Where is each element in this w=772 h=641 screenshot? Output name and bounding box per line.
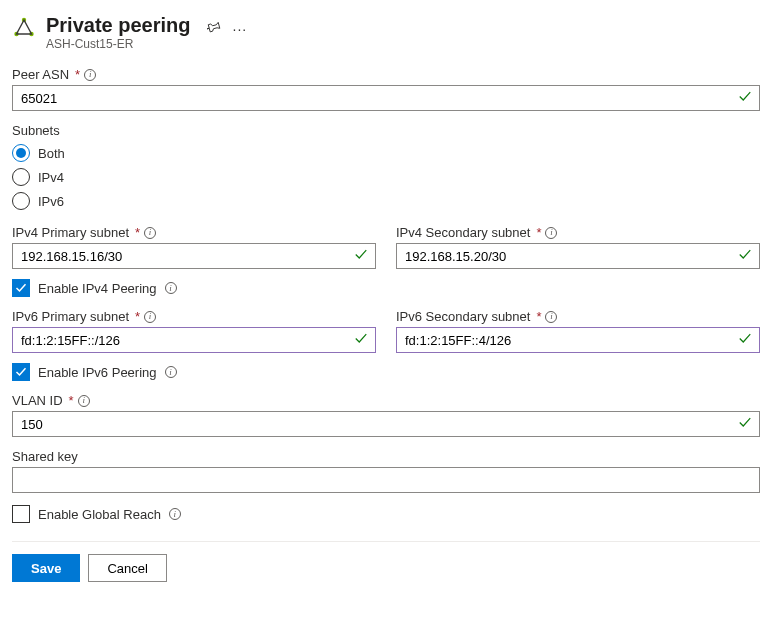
subnets-radio-group: Both IPv4 IPv6	[12, 141, 760, 213]
checkbox-icon	[12, 505, 30, 523]
shared-key-input[interactable]	[12, 467, 760, 493]
vlan-id-label: VLAN ID* i	[12, 393, 760, 408]
radio-icon	[12, 192, 30, 210]
page-subtitle: ASH-Cust15-ER	[46, 37, 191, 51]
info-icon[interactable]: i	[169, 508, 181, 520]
info-icon[interactable]: i	[545, 227, 557, 239]
ellipsis-icon: ···	[233, 21, 248, 37]
checkbox-icon	[12, 279, 30, 297]
ipv6-secondary-input[interactable]	[396, 327, 760, 353]
ipv4-secondary-label: IPv4 Secondary subnet* i	[396, 225, 760, 240]
pin-icon	[207, 20, 221, 34]
ipv4-secondary-input[interactable]	[396, 243, 760, 269]
pin-button[interactable]	[205, 18, 223, 39]
ipv6-secondary-label: IPv6 Secondary subnet* i	[396, 309, 760, 324]
save-button[interactable]: Save	[12, 554, 80, 582]
cancel-button[interactable]: Cancel	[88, 554, 166, 582]
info-icon[interactable]: i	[78, 395, 90, 407]
radio-ipv6[interactable]: IPv6	[12, 189, 760, 213]
info-icon[interactable]: i	[144, 227, 156, 239]
info-icon[interactable]: i	[545, 311, 557, 323]
peer-asn-input[interactable]	[12, 85, 760, 111]
info-icon[interactable]: i	[84, 69, 96, 81]
radio-ipv4[interactable]: IPv4	[12, 165, 760, 189]
ipv4-primary-input[interactable]	[12, 243, 376, 269]
vlan-id-input[interactable]	[12, 411, 760, 437]
subnets-label: Subnets	[12, 123, 760, 138]
info-icon[interactable]: i	[144, 311, 156, 323]
radio-icon	[12, 168, 30, 186]
radio-icon	[12, 144, 30, 162]
page-header: Private peering ASH-Cust15-ER ···	[12, 14, 760, 51]
page-title: Private peering	[46, 14, 191, 37]
ipv6-primary-label: IPv6 Primary subnet* i	[12, 309, 376, 324]
enable-ipv6-checkbox[interactable]: Enable IPv6 Peering i	[12, 363, 760, 381]
ipv6-primary-input[interactable]	[12, 327, 376, 353]
radio-both[interactable]: Both	[12, 141, 760, 165]
more-button[interactable]: ···	[231, 18, 250, 39]
ipv4-primary-label: IPv4 Primary subnet* i	[12, 225, 376, 240]
checkbox-icon	[12, 363, 30, 381]
enable-ipv4-checkbox[interactable]: Enable IPv4 Peering i	[12, 279, 760, 297]
peer-asn-label: Peer ASN* i	[12, 67, 760, 82]
info-icon[interactable]: i	[165, 282, 177, 294]
footer: Save Cancel	[12, 541, 760, 582]
shared-key-label: Shared key	[12, 449, 760, 464]
enable-global-reach-checkbox[interactable]: Enable Global Reach i	[12, 505, 760, 523]
peering-icon	[12, 16, 36, 40]
info-icon[interactable]: i	[165, 366, 177, 378]
